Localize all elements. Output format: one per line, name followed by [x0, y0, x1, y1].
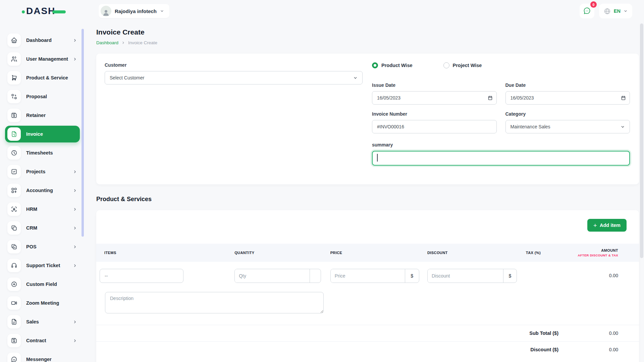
subtotal-label: Sub Total ($): [529, 330, 558, 336]
logo-dot-icon: [22, 10, 25, 13]
summary-field: summary: [372, 142, 630, 167]
floppy-icon: [7, 334, 21, 347]
brand-logo[interactable]: DASH: [22, 6, 84, 16]
sidebar-item-projects[interactable]: Projects: [0, 162, 84, 181]
invoice-number-label: Invoice Number: [372, 111, 497, 117]
amount-subnote: AFTER DISCOUNT & TAX: [570, 253, 618, 257]
sidebar-item-proposal[interactable]: Proposal: [0, 87, 84, 106]
due-date-label: Due Date: [505, 82, 630, 88]
chevron-right-icon: [73, 226, 77, 230]
sidebar-item-user-management[interactable]: User Management: [0, 50, 84, 68]
col-quantity: QUANTITY: [221, 251, 327, 255]
sidebar-item-pos[interactable]: POS: [0, 237, 84, 256]
app: DASH Rajodiya infotech 0 EN: [0, 0, 644, 362]
person-icon: [102, 8, 110, 16]
clock-icon: [7, 146, 21, 160]
item-row: -- $: [96, 262, 639, 283]
invoice-number-field: Invoice Number: [372, 111, 497, 133]
price-input[interactable]: [331, 269, 405, 283]
breadcrumb-dashboard-link[interactable]: Dashboard: [96, 40, 118, 45]
page-title: Invoice Create: [96, 28, 639, 36]
quantity-addon: [310, 269, 321, 283]
home-icon: [7, 34, 21, 47]
issue-date-field: Issue Date: [372, 82, 497, 105]
breadcrumb: Dashboard Invoice Create: [96, 40, 639, 45]
sidebar-item-dashboard[interactable]: Dashboard: [0, 31, 84, 50]
items-card: + Add item ITEMS QUANTITY PRICE DISCOUNT…: [96, 210, 639, 362]
radio-dot-icon: [372, 62, 378, 68]
chevron-down-icon: [624, 9, 628, 13]
category-select[interactable]: Maintenance Sales: [505, 120, 630, 133]
due-date-input[interactable]: [505, 91, 630, 105]
sidebar-scrollbar[interactable]: [82, 29, 84, 237]
invoice-type-radios: Product Wise Project Wise: [372, 62, 630, 68]
page-scrollbar-thumb[interactable]: [640, 23, 643, 258]
messages-button[interactable]: 0: [580, 4, 594, 18]
sidebar-item-retainer[interactable]: Retainer: [0, 106, 84, 125]
sidebar-item-timesheets[interactable]: Timesheets: [0, 143, 84, 162]
language-selector[interactable]: EN: [599, 4, 632, 18]
item-select[interactable]: --: [100, 269, 183, 283]
chevron-right-icon: [73, 38, 77, 43]
issue-date-label: Issue Date: [372, 82, 497, 88]
add-item-button[interactable]: + Add item: [587, 219, 627, 232]
sidebar-item-product-service[interactable]: Product & Service: [0, 68, 84, 87]
chevron-right-icon: [73, 245, 77, 249]
sidebar: Dashboard User Management Product & Serv…: [0, 19, 84, 362]
avatar: [101, 6, 111, 16]
category-label: Category: [505, 111, 630, 117]
items-table-header: ITEMS QUANTITY PRICE DISCOUNT TAX (%) AM…: [96, 244, 639, 262]
squares-icon: [7, 221, 21, 235]
customer-select[interactable]: Select Customer: [105, 71, 363, 84]
sidebar-item-invoice[interactable]: Invoice: [5, 126, 80, 142]
sidebar-item-custom-field[interactable]: Custom Field: [0, 275, 84, 294]
sidebar-item-sales[interactable]: Sales: [0, 312, 84, 331]
sidebar-item-crm[interactable]: CRM: [0, 219, 84, 237]
row-amount-value: 0.00: [570, 269, 639, 278]
sidebar-item-accounting[interactable]: Accounting: [0, 181, 84, 200]
exchange-icon: [7, 90, 21, 103]
category-field: Category Maintenance Sales: [505, 111, 630, 133]
quantity-input[interactable]: [235, 269, 310, 283]
discount-input[interactable]: [428, 269, 503, 283]
customer-label: Customer: [105, 62, 363, 68]
workspace-switcher[interactable]: Rajodiya infotech: [99, 4, 169, 18]
chevron-down-icon: [621, 125, 625, 129]
col-discount: DISCOUNT: [423, 251, 521, 255]
workspace-name: Rajodiya infotech: [115, 8, 157, 14]
sidebar-item-zoom-meeting[interactable]: Zoom Meeting: [0, 294, 84, 312]
breadcrumb-current: Invoice Create: [128, 40, 157, 45]
sidebar-item-hrm[interactable]: HRM: [0, 200, 84, 219]
discount-total-label: Discount ($): [530, 347, 558, 352]
due-date-field: Due Date: [505, 82, 630, 105]
discount-total-value: 0.00: [558, 347, 618, 352]
issue-date-input[interactable]: [372, 91, 497, 105]
chat-smile-icon: [7, 353, 21, 362]
message-dots-icon: [583, 7, 591, 15]
radio-dot-icon: [443, 62, 449, 68]
project-wise-radio[interactable]: Project Wise: [443, 62, 482, 68]
discount-total-row: Discount ($) 0.00: [96, 341, 639, 358]
page-scrollbar[interactable]: [639, 0, 644, 362]
main-content: Invoice Create Dashboard Invoice Create …: [84, 19, 644, 362]
grid-plus-icon: [7, 184, 21, 197]
invoice-number-input[interactable]: [372, 120, 497, 133]
chevron-right-icon: [121, 41, 125, 45]
sidebar-item-messenger[interactable]: Messenger: [0, 350, 84, 362]
sidebar-item-support-ticket[interactable]: Support Ticket: [0, 256, 84, 275]
item-description-input[interactable]: [105, 292, 324, 313]
logo-dash-icon: [52, 10, 66, 13]
document-icon: [7, 315, 21, 328]
user-scan-icon: [7, 202, 21, 216]
summary-input[interactable]: [372, 151, 630, 166]
invoice-form-card: Customer Select Customer Product Wise: [96, 54, 639, 184]
chevron-right-icon: [73, 207, 77, 212]
sidebar-item-contract[interactable]: Contract: [0, 331, 84, 350]
text-caret: [377, 154, 378, 162]
globe-icon: [604, 8, 611, 15]
logo-text: DASH: [26, 6, 55, 16]
plus-icon: +: [593, 222, 597, 229]
product-wise-radio[interactable]: Product Wise: [372, 62, 413, 68]
chevron-down-icon: [353, 76, 358, 80]
subtotal-value: 0.00: [558, 330, 618, 336]
